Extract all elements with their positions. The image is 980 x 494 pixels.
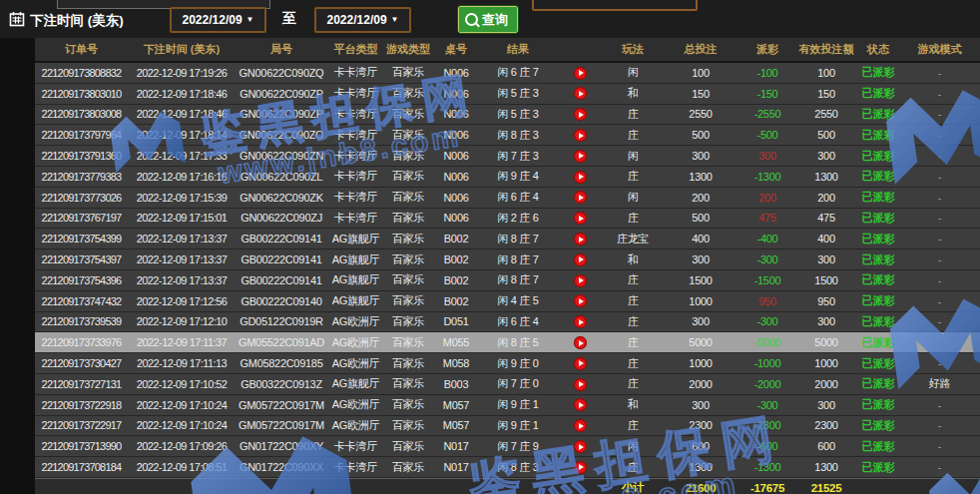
cell-status: 已派彩 [857,314,899,329]
cell-valid-bet: 1300 [795,171,857,183]
play-icon[interactable] [574,274,587,287]
play-icon[interactable] [574,253,587,266]
cell-total-bet: 300 [662,399,739,411]
cell-game-mode: - [899,233,980,245]
cell-result: 闲 2 庄 6 [480,211,556,226]
table-row[interactable]: 221209173803008 2022-12-09 17:18:46 GN00… [35,105,980,126]
cell-replay [556,232,604,246]
play-icon[interactable] [574,419,587,432]
cell-payout: -300 [739,253,795,265]
table-row[interactable]: 221209173779383 2022-12-09 17:16:16 GN00… [35,167,980,188]
cell-game-mode: - [899,108,980,120]
table-row[interactable]: 221209173708184 2022-12-09 17:08:51 GN01… [35,457,980,478]
table-header-row: 订单号 下注时间 (美东) 局号 平台类型 游戏类型 桌号 结果 玩法 总投注 … [35,38,980,63]
table-row[interactable]: 221209173791360 2022-12-09 17:17:33 GN00… [35,146,980,167]
cell-replay [556,460,604,474]
cell-payout: -1300 [739,461,795,473]
col-order-id: 订单号 [35,42,128,57]
table-row[interactable]: 221209173797964 2022-12-09 17:18:14 GN00… [35,125,980,146]
cell-game-type: 百家乐 [384,293,432,308]
table-row[interactable]: 221209173727131 2022-12-09 17:10:52 GB00… [35,374,980,395]
play-icon[interactable] [574,440,587,453]
cell-platform: 卡卡湾厅 [327,128,384,143]
cell-game-type: 百家乐 [384,190,432,205]
cell-payout: -1000 [739,357,795,369]
cell-valid-bet: 950 [795,295,857,307]
cell-order-id: 221209173754396 [35,274,128,286]
cutoff-date-input-top [532,0,698,11]
play-icon[interactable] [574,191,587,204]
cell-order-id: 221209173779383 [35,171,128,183]
date-to-select[interactable]: 2022/12/09 ▼ [314,7,411,33]
play-icon[interactable] [574,108,587,121]
cell-game-mode: - [899,315,980,327]
play-icon[interactable] [574,87,587,100]
table-row[interactable]: 221209173773026 2022-12-09 17:15:39 GN00… [35,188,980,209]
cell-result: 闲 6 庄 4 [480,190,556,205]
left-gutter [0,36,35,494]
cell-bet-type: 庄 [604,356,662,371]
cell-status: 已派彩 [857,460,899,475]
play-icon[interactable] [574,398,587,411]
cell-round-id: GN00622C090ZP [236,108,327,120]
cell-valid-bet: 2300 [795,419,857,431]
play-icon[interactable] [574,67,587,80]
cell-game-type: 百家乐 [384,460,432,475]
col-game-mode: 游戏模式 [899,42,980,57]
date-from-select[interactable]: 2022/12/09 ▼ [170,7,266,33]
cell-table-no: N006 [432,150,480,162]
play-icon[interactable] [574,129,587,142]
cell-replay [556,356,604,370]
cell-payout: -2000 [739,378,795,390]
table-row[interactable]: 221209173713990 2022-12-09 17:09:26 GN01… [35,436,980,457]
cell-result: 闲 9 庄 0 [480,356,556,371]
table-row[interactable]: 221209173754399 2022-12-09 17:13:37 GB00… [35,229,980,249]
table-row[interactable]: 221209173803010 2022-12-09 17:18:46 GN00… [35,84,980,105]
play-icon[interactable] [574,171,587,184]
table-row[interactable]: 221209173808832 2022-12-09 17:19:26 GN00… [35,63,980,84]
betting-records-page: 下注时间 (美东) 2022/12/09 ▼ 至 2022/12/09 ▼ 查询… [0,0,980,494]
cell-table-no: M055 [432,336,480,348]
play-icon[interactable] [574,212,587,225]
cell-total-bet: 5000 [662,336,739,348]
table-row[interactable]: 221209173767197 2022-12-09 17:15:01 GN00… [35,209,980,230]
play-icon[interactable] [574,378,587,391]
cell-platform: 卡卡湾厅 [327,460,384,475]
cell-platform: 卡卡湾厅 [327,211,384,226]
play-icon[interactable] [574,150,587,163]
cell-status: 已派彩 [857,149,899,164]
cell-valid-bet: 475 [795,212,857,224]
query-button[interactable]: 查询 [458,6,518,33]
cell-order-id: 221209173713990 [35,440,128,452]
subtotal-label: 小计 [604,480,662,494]
table-row[interactable]: 221209173754396 2022-12-09 17:13:37 GB00… [35,270,980,291]
play-icon[interactable] [574,315,587,328]
cell-game-mode: - [899,440,980,452]
cell-platform: AG欧洲厅 [327,397,384,412]
table-row[interactable]: 221209173739539 2022-12-09 17:12:10 GD05… [35,312,980,333]
table-row[interactable]: 221209173754397 2022-12-09 17:13:37 GB00… [35,249,980,270]
cell-payout: 475 [739,212,795,224]
cell-status: 已派彩 [857,211,899,226]
table-row[interactable]: 221209173733976 2022-12-09 17:11:37 GM05… [35,332,980,353]
cell-platform: AG旗舰厅 [327,232,384,247]
play-icon[interactable] [574,233,587,246]
bet-records-table: 订单号 下注时间 (美东) 局号 平台类型 游戏类型 桌号 结果 玩法 总投注 … [35,38,980,494]
cell-round-id: GN00622C090ZL [236,171,327,183]
cell-game-type: 百家乐 [384,356,432,371]
play-icon[interactable] [574,336,587,349]
play-icon[interactable] [574,357,587,370]
cell-result: 闲 7 庄 3 [480,149,556,164]
cell-total-bet: 2000 [662,378,739,390]
table-row[interactable]: 221209173722918 2022-12-09 17:10:24 GM05… [35,395,980,416]
cell-bet-type: 庄 [604,335,662,350]
cell-result: 闲 7 庄 9 [480,439,556,454]
table-row[interactable]: 221209173730427 2022-12-09 17:11:13 GM05… [35,353,980,374]
cell-result: 闲 6 庄 4 [480,314,556,329]
table-row[interactable]: 221209173747432 2022-12-09 17:12:56 GB00… [35,291,980,312]
cell-valid-bet: 600 [795,440,857,452]
cell-payout: -2550 [739,108,795,120]
play-icon[interactable] [574,461,587,474]
play-icon[interactable] [574,294,587,307]
table-row[interactable]: 221209173722917 2022-12-09 17:10:24 GM05… [35,416,980,437]
